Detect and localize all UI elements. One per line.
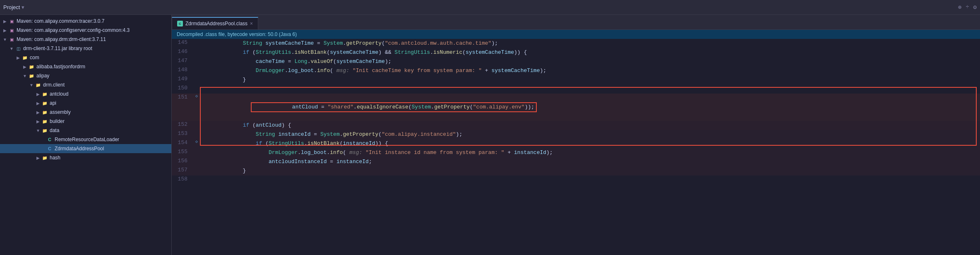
line-code: cacheTime = Long.valueOf(systemCacheTime… [201, 57, 980, 66]
arrow-maven3: ▼ [2, 37, 8, 42]
sidebar-item-zdrm[interactable]: C ZdrmdataAddressPool [0, 144, 171, 153]
line-gutter [192, 66, 201, 75]
sidebar-item-maven1[interactable]: ▶ ▣ Maven: com.alipay.common:tracer:3.0.… [0, 17, 171, 26]
sidebar-item-api[interactable]: ▶ 📁 api [0, 99, 171, 108]
sidebar-item-alipay[interactable]: ▼ 📁 alipay [0, 71, 171, 80]
arrow-maven2: ▶ [2, 28, 8, 33]
code-table: 145 String systemCacheTime = System.getP… [172, 39, 980, 185]
line-code: } [201, 75, 980, 84]
project-label[interactable]: Project ▾ [3, 4, 24, 10]
table-row: 156 antcloudInstanceId = instanceId; [172, 157, 980, 166]
line-gutter [192, 75, 201, 84]
line-code: DrmLogger.log_boot.info( msg: "Init inst… [201, 148, 980, 157]
sidebar-item-alibaba[interactable]: ▶ 📁 alibaba.fastjsonfordrm [0, 62, 171, 71]
tab-close-button[interactable]: × [250, 21, 253, 26]
sidebar-item-antcloud[interactable]: ▶ 📁 antcloud [0, 89, 171, 99]
sidebar-label-assembly: assembly [50, 109, 71, 115]
line-number: 145 [172, 39, 192, 48]
sidebar-item-maven2[interactable]: ▶ ▣ Maven: com.alipay.configserver:confi… [0, 26, 171, 35]
line-number: 149 [172, 75, 192, 84]
sidebar-item-maven3[interactable]: ▼ ▣ Maven: com.alipay.drm:drm-client:3.7… [0, 35, 171, 44]
project-dropdown-icon[interactable]: ▾ [22, 4, 24, 10]
line-number: 150 [172, 84, 192, 94]
tab-label: ZdrmdataAddressPool.class [185, 21, 247, 26]
sidebar: ▶ ▣ Maven: com.alipay.common:tracer:3.0.… [0, 15, 172, 255]
arrow-hash: ▶ [35, 156, 41, 160]
line-gutter: ◇ [192, 139, 201, 148]
sidebar-label-hash: hash [50, 155, 60, 161]
maven-icon-1: ▣ [8, 18, 15, 24]
line-code: DrmLogger.log_boot.info( msg: "Init cach… [201, 66, 980, 75]
sidebar-label-remote: RemoteResourceDataLoader [55, 137, 119, 142]
line-number: 146 [172, 48, 192, 57]
table-row: 148 DrmLogger.log_boot.info( msg: "Init … [172, 66, 980, 75]
folder-icon-api: 📁 [41, 100, 48, 106]
code-area[interactable]: 145 String systemCacheTime = System.getP… [172, 39, 980, 255]
sidebar-label-alibaba: alibaba.fastjsonfordrm [36, 64, 85, 70]
main-layout: ▶ ▣ Maven: com.alipay.common:tracer:3.0.… [0, 15, 980, 255]
sidebar-label-antcloud: antcloud [50, 91, 68, 97]
line-gutter [192, 176, 201, 185]
line-gutter [192, 84, 201, 94]
tab-class-icon: C [177, 21, 183, 26]
arrow-alipay: ▼ [22, 74, 28, 78]
arrow-alibaba: ▶ [22, 65, 28, 69]
maven-icon-3: ▣ [8, 36, 15, 43]
line-gutter [192, 57, 201, 66]
sidebar-item-com[interactable]: ▶ 📁 com [0, 53, 171, 62]
table-row: 145 String systemCacheTime = System.getP… [172, 39, 980, 48]
notification-text: Decompiled .class file, bytecode version… [177, 31, 297, 37]
sidebar-label-maven2: Maven: com.alipay.configserver:config-co… [17, 27, 130, 33]
line-number: 156 [172, 157, 192, 166]
line-code [201, 176, 980, 185]
sync-icon[interactable]: ⊕ [958, 4, 961, 11]
line-code: String instanceId = System.getProperty("… [201, 130, 980, 139]
folder-icon-builder: 📁 [41, 118, 48, 125]
sidebar-label-maven1: Maven: com.alipay.common:tracer:3.0.7 [17, 18, 105, 24]
line-code: antCloud = "shared".equalsIgnoreCase(Sys… [201, 94, 980, 121]
table-row: 157 } [172, 166, 980, 176]
notification-bar: Decompiled .class file, bytecode version… [172, 30, 980, 39]
sidebar-item-hash[interactable]: ▶ 📁 hash [0, 153, 171, 162]
project-text: Project [3, 4, 20, 10]
sidebar-item-data[interactable]: ▼ 📁 data [0, 126, 171, 135]
sidebar-label-data: data [50, 128, 59, 133]
folder-icon-antcloud: 📁 [41, 91, 48, 97]
sidebar-label-api: api [50, 100, 56, 106]
sidebar-label-drm-client: drm.client [43, 82, 65, 88]
split-icon[interactable]: ÷ [966, 4, 969, 11]
arrow-com: ▶ [15, 55, 22, 60]
table-row: 146 if (StringUtils.isNotBlank(systemCac… [172, 48, 980, 57]
folder-icon-assembly: 📁 [41, 109, 48, 115]
sidebar-item-remote[interactable]: C RemoteResourceDataLoader [0, 135, 171, 144]
class-icon-zdrm: C [46, 145, 53, 152]
line-code: antcloudInstanceId = instanceId; [201, 157, 980, 166]
table-row: 152 if (antCloud) { [172, 121, 980, 130]
top-bar: Project ▾ ⊕ ÷ ⚙ [0, 0, 980, 15]
tab-zdrm[interactable]: C ZdrmdataAddressPool.class × [172, 17, 258, 29]
sidebar-label-alipay: alipay [36, 73, 49, 79]
table-row: 151 ◇ antCloud = "shared".equalsIgnoreCa… [172, 94, 980, 121]
arrow-data: ▼ [35, 128, 41, 133]
folder-icon-data: 📁 [41, 127, 48, 134]
line-number: 151 [172, 94, 192, 121]
table-row: 155 DrmLogger.log_boot.info( msg: "Init … [172, 148, 980, 157]
line-code: if (antCloud) { [201, 121, 980, 130]
sidebar-item-drm-jar[interactable]: ▼ ◫ drm-client-3.7.11.jar library root [0, 44, 171, 53]
folder-icon-com: 📁 [22, 54, 28, 61]
gear-icon[interactable]: ⚙ [973, 4, 977, 11]
arrow-assembly: ▶ [35, 110, 41, 115]
line-code: String systemCacheTime = System.getPrope… [201, 39, 980, 48]
sidebar-item-drm-client[interactable]: ▼ 📁 drm.client [0, 80, 171, 89]
line-number: 154 [172, 139, 192, 148]
sidebar-item-assembly[interactable]: ▶ 📁 assembly [0, 108, 171, 117]
line-gutter [192, 166, 201, 176]
table-row: 154 ◇ if (StringUtils.isNotBlank(instanc… [172, 139, 980, 148]
class-icon-remote: C [46, 136, 53, 143]
arrow-drm-client: ▼ [28, 83, 35, 87]
jar-icon: ◫ [15, 45, 22, 52]
table-row: 153 String instanceId = System.getProper… [172, 130, 980, 139]
sidebar-item-builder[interactable]: ▶ 📁 builder [0, 117, 171, 126]
line-code [201, 84, 980, 94]
sidebar-label-maven3: Maven: com.alipay.drm:drm-client:3.7.11 [17, 36, 106, 42]
